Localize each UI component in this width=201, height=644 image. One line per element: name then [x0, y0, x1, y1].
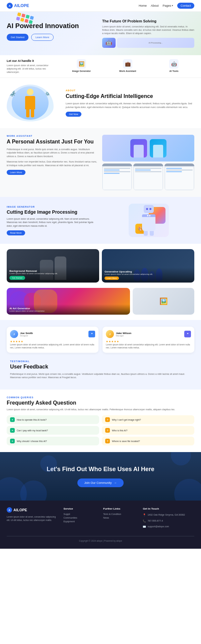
footer-further-link-1[interactable]: Term & Condition [103, 513, 137, 515]
gallery-card-4: 🖼️ [133, 288, 194, 315]
email-icon: ✉️ [143, 525, 146, 529]
footer-further-link-2[interactable]: News [103, 517, 137, 519]
footer-contact-title: Get In Touch [143, 507, 194, 510]
gallery-overlay-3: AI Art Generator Lorem ipsum dolor sit a… [7, 304, 130, 315]
footer-service-link-3[interactable]: Equipment [64, 520, 98, 523]
faq-grid: + How to operate this AI tools? + Can I … [7, 415, 194, 445]
robot-body [142, 214, 155, 231]
assistant-learn-more-button[interactable]: Learn More [7, 170, 25, 175]
testimonial-name-2: Jake Wilson [116, 332, 131, 335]
gallery-title-1: Background Removal [9, 270, 96, 273]
gallery-section: Background Removal Lorem ipsum dolor sit… [0, 244, 201, 320]
image-gen-title: Cutting Edge Image Processing [7, 209, 98, 215]
logo[interactable]: A AILOPE [7, 3, 29, 9]
assistant-photo-1 [102, 135, 194, 162]
faq-left-column: + How to operate this AI tools? + Can I … [7, 415, 99, 445]
work-assistant-label: Work Assistant [119, 70, 136, 72]
image-gen-left: IMAGE GENERATOR Cutting Edge Image Proce… [7, 206, 98, 236]
hero-right-desc: Lorem ipsum dolor sit amet, consectetur … [102, 25, 194, 35]
faq-item-6[interactable]: ? Where is save file located? [102, 437, 194, 445]
cta-title: Let's Find Out Who Else Uses AI Here [7, 465, 194, 473]
footer-bottom: Copyright © 2024 ailope | Powered by ail… [7, 536, 194, 542]
assistant-desc2: Maecenas tortor non imperdiet lectus. Du… [7, 160, 99, 167]
testimonial-title: User Feedback [10, 364, 191, 370]
faq-desc: Lorem ipsum dolor sit amet, consectetur … [7, 408, 194, 412]
assistant-title: A Personal Assistant Just For You [7, 138, 99, 145]
feature-intro: Let our AI handle it Lorem ipsum dolor s… [7, 59, 56, 74]
footer-email: support@ailope.com [147, 525, 169, 529]
footer-brand: A AILOPE Lorem ipsum dolor sit amet, con… [7, 507, 58, 530]
gallery-btn-1[interactable]: Get Started [9, 276, 25, 280]
image-gen-section: IMAGE GENERATOR Cutting Edge Image Proce… [0, 197, 201, 244]
testimonial-role-1: Designer [20, 335, 33, 337]
learn-more-button[interactable]: Learn More [31, 34, 54, 41]
footer-further-title: Further Links [103, 507, 137, 510]
footer-logo: A AILOPE [7, 507, 58, 513]
testimonial-card-2: J Jake Wilson Manager ❝ ★★★★★ Lorem ipsu… [103, 327, 194, 352]
cta-join-button[interactable]: Join Our Community → [77, 478, 123, 487]
nav-home[interactable]: Home [139, 4, 147, 7]
footer-service-title: Service [64, 507, 98, 510]
gallery-desc-3: Lorem ipsum dolor sit amet consectetur. [9, 310, 127, 312]
faq-text-5: Who is this AI? [112, 429, 127, 432]
feature-image-generator[interactable]: 🖼️ Image Generator [61, 59, 102, 72]
testimonial-desc: Pellentesque in erat purus. Morbi quis o… [10, 372, 191, 380]
gallery-card-background-removal: Background Removal Lorem ipsum dolor sit… [7, 249, 99, 283]
get-started-button[interactable]: Get Started [7, 34, 28, 41]
footer-logo-icon: A [7, 507, 12, 513]
testimonials-top: J Joe Smith Designer ❝ ★★★★★ Lorem ipsum… [7, 327, 194, 352]
faq-item-2[interactable]: + Can I pay with my local bank? [7, 426, 99, 435]
footer-service-link-2[interactable]: Communities [64, 517, 98, 519]
gallery-btn-2[interactable]: Learn More [105, 277, 119, 280]
footer-service-link-1[interactable]: Suppli [64, 513, 98, 515]
faq-item-3[interactable]: + Why should I choose this AI? [7, 437, 99, 445]
feature-intro-desc: Lorem ipsum dolor sit amet, consectetur … [7, 64, 56, 74]
feature-work-assistant[interactable]: 💼 Work Assistant [107, 59, 148, 72]
about-image: ⚙️ ⚙️ [7, 85, 60, 121]
gallery-card-generative: Generative Upscaling Lorem ipsum dolor s… [102, 249, 194, 283]
faq-item-5[interactable]: ? Who is this AI? [102, 426, 194, 435]
feature-ai-tools[interactable]: 🤖 AI Tools [153, 59, 194, 72]
ai-tools-icon: 🤖 [169, 59, 179, 69]
cta-bubble-2 [20, 480, 47, 501]
footer-further-col: Further Links Term & Condition News [103, 507, 137, 530]
image-gen-label: IMAGE GENERATOR [7, 206, 98, 208]
faq-item-1[interactable]: + How to operate this AI tools? [7, 415, 99, 424]
faq-text-4: Why I can't get image right? [112, 419, 141, 421]
gallery-desc-1: Lorem ipsum dolor sit amet consectetur a… [9, 273, 96, 275]
faq-text-1: How to operate this AI tools? [17, 419, 47, 421]
testimonials-section: J Joe Smith Designer ❝ ★★★★★ Lorem ipsum… [0, 320, 201, 389]
faq-text-2: Can I pay with my local bank? [17, 429, 48, 432]
nav-pages[interactable]: Pages▾ [162, 4, 173, 7]
gallery-overlay-2: Generative Upscaling Lorem ipsum dolor s… [102, 267, 194, 283]
faq-icon-4: ? [105, 417, 110, 422]
footer-brand-desc: Lorem ipsum dolor sit amet, consectetur … [7, 515, 58, 522]
nav-about[interactable]: About [151, 4, 159, 7]
testimonial-name-1: Joe Smith [20, 332, 33, 335]
faq-item-4[interactable]: ? Why I can't get image right? [102, 415, 194, 424]
contact-button[interactable]: Contact [177, 3, 194, 9]
hero-right-title: The Future Of Problem Solving [102, 19, 194, 23]
faq-right-column: ? Why I can't get image right? ? Who is … [102, 415, 194, 445]
faq-header: Common Queries Frequently Asked Question… [7, 396, 194, 412]
testimonial-role-2: Manager [116, 335, 131, 337]
testimonial-stars-2: ★★★★★ [106, 340, 191, 343]
about-cta-button[interactable]: Get Now [66, 112, 81, 117]
assistant-right [102, 135, 194, 190]
testimonial-right: TESTIMONIAL User Feedback Pellentesque i… [7, 357, 194, 383]
assistant-desc1: Pellentesque in erat purus. Morbi quis o… [7, 148, 99, 158]
testimonial-user-2: J Jake Wilson Manager ❝ [106, 330, 191, 338]
testimonial-card-1: J Joe Smith Designer ❝ ★★★★★ Lorem ipsum… [7, 327, 98, 352]
features-bar: Let our AI handle it Lorem ipsum dolor s… [0, 55, 201, 78]
testimonial-text-1: Lorem ipsum dolor sit amet consectetur a… [10, 343, 95, 349]
image-gen-read-more-button[interactable]: Read More [7, 230, 25, 235]
about-desc: Lorem ipsum dolor sit amet, consectetur … [66, 102, 194, 109]
gallery-desc-2: Lorem ipsum dolor sit amet consectetur a… [105, 273, 192, 275]
navigation: A AILOPE Home About Pages▾ Contact [0, 0, 201, 12]
robot-head [144, 205, 154, 213]
work-assistant-icon: 💼 [123, 59, 132, 69]
copyright-text: Copyright © 2024 ailope | Powered by ail… [79, 540, 122, 542]
faq-icon-5: ? [105, 428, 110, 433]
gallery-title-2: Generative Upscaling [105, 270, 192, 273]
about-section: ⚙️ ⚙️ ABOUT Cutting-Edge Artificial Inte… [0, 78, 201, 128]
